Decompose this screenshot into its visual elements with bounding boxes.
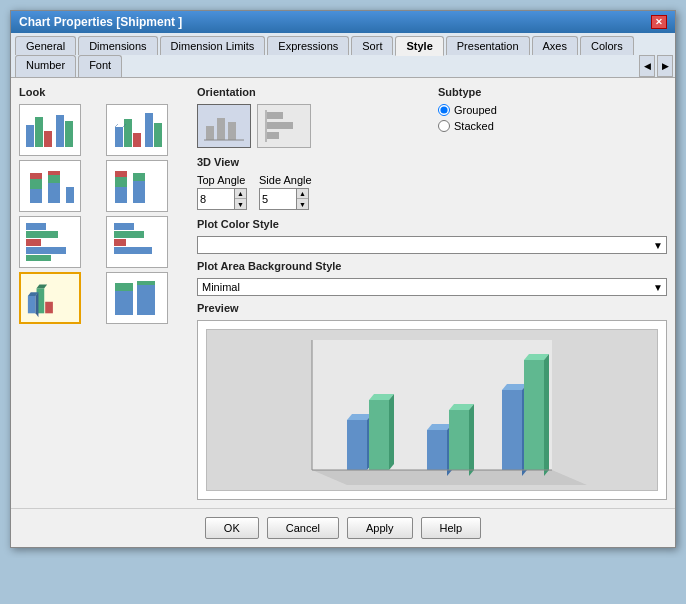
window-title: Chart Properties [Shipment ] [19, 15, 182, 29]
svg-rect-27 [26, 247, 66, 254]
view-3d-section: 3D View Top Angle 8 ▲ ▼ Side Ang [197, 156, 667, 210]
svg-rect-41 [137, 285, 155, 315]
preview-label: Preview [197, 302, 667, 314]
svg-rect-60 [427, 430, 447, 470]
orientation-options [197, 104, 426, 148]
svg-rect-8 [145, 113, 153, 147]
tab-scroll-left[interactable]: ◀ [639, 55, 655, 77]
svg-rect-19 [115, 187, 127, 203]
svg-rect-16 [48, 175, 60, 183]
top-angle-spinner[interactable]: 8 ▲ ▼ [197, 188, 247, 210]
tab-axes[interactable]: Axes [532, 36, 578, 55]
plot-bg-label: Plot Area Background Style [197, 260, 667, 272]
tab-dimensions[interactable]: Dimensions [78, 36, 157, 55]
subtype-stacked-label: Stacked [454, 120, 494, 132]
tab-dimension-limits[interactable]: Dimension Limits [160, 36, 266, 55]
side-angle-label: Side Angle [259, 174, 312, 186]
svg-rect-22 [133, 181, 145, 203]
svg-rect-30 [114, 231, 144, 238]
svg-marker-59 [389, 394, 394, 470]
svg-rect-18 [66, 187, 74, 203]
preview-chart [207, 330, 657, 490]
orientation-horizontal[interactable] [257, 104, 311, 148]
plot-bg-dropdown[interactable]: Minimal None [197, 278, 667, 296]
preview-box [197, 320, 667, 500]
ok-button[interactable]: OK [205, 517, 259, 539]
view-3d-row: Top Angle 8 ▲ ▼ Side Angle 5 [197, 174, 667, 210]
svg-rect-2 [44, 131, 52, 147]
top-angle-field[interactable]: 8 [198, 189, 234, 209]
plot-color-section: Plot Color Style ▼ [197, 218, 667, 254]
properties-row-top: Orientation [197, 86, 667, 148]
subtype-label: Subtype [438, 86, 667, 98]
orientation-section: Orientation [197, 86, 426, 148]
chart-thumb-7-selected[interactable] [19, 272, 81, 324]
svg-rect-43 [206, 126, 214, 140]
plot-color-dropdown[interactable] [197, 236, 667, 254]
help-button[interactable]: Help [421, 517, 482, 539]
svg-rect-20 [115, 177, 127, 187]
tab-sort[interactable]: Sort [351, 36, 393, 55]
close-button[interactable]: ✕ [651, 15, 667, 29]
tab-scroll-right[interactable]: ▶ [657, 55, 673, 77]
plot-bg-section: Plot Area Background Style Minimal None … [197, 260, 667, 296]
title-bar: Chart Properties [Shipment ] ✕ [11, 11, 675, 33]
svg-rect-4 [65, 121, 73, 147]
subtype-stacked-radio[interactable] [438, 120, 450, 132]
svg-rect-45 [228, 122, 236, 140]
top-angle-up[interactable]: ▲ [235, 189, 246, 199]
top-angle-input: Top Angle 8 ▲ ▼ [197, 174, 247, 210]
orientation-vertical[interactable] [197, 104, 251, 148]
svg-line-10 [115, 124, 118, 127]
plot-color-label: Plot Color Style [197, 218, 667, 230]
svg-rect-48 [267, 122, 293, 129]
svg-rect-42 [137, 281, 155, 285]
side-angle-field[interactable]: 5 [260, 189, 296, 209]
plot-bg-dropdown-wrapper: Minimal None ▼ [197, 278, 667, 296]
top-angle-spinner-btns: ▲ ▼ [234, 189, 246, 209]
svg-rect-9 [154, 123, 162, 147]
footer: OK Cancel Apply Help [11, 508, 675, 547]
tab-style[interactable]: Style [395, 36, 443, 56]
main-window: Chart Properties [Shipment ] ✕ General D… [10, 10, 676, 548]
svg-rect-66 [502, 390, 522, 470]
tab-number[interactable]: Number [15, 55, 76, 77]
svg-rect-32 [114, 247, 152, 254]
subtype-radio-group: Grouped Stacked [438, 104, 667, 132]
tab-expressions[interactable]: Expressions [267, 36, 349, 55]
tab-presentation[interactable]: Presentation [446, 36, 530, 55]
chart-thumb-2[interactable] [106, 104, 168, 156]
side-angle-spinner-btns: ▲ ▼ [296, 189, 308, 209]
preview-inner [206, 329, 658, 491]
top-angle-down[interactable]: ▼ [235, 199, 246, 209]
svg-rect-40 [115, 283, 133, 291]
content-area: Look [11, 78, 675, 508]
svg-rect-25 [26, 231, 58, 238]
subtype-grouped-radio[interactable] [438, 104, 450, 116]
chart-thumb-8[interactable] [106, 272, 168, 324]
tab-general[interactable]: General [15, 36, 76, 55]
svg-marker-71 [544, 354, 549, 476]
tab-font[interactable]: Font [78, 55, 122, 77]
tab-bar: General Dimensions Dimension Limits Expr… [11, 33, 675, 78]
apply-button[interactable]: Apply [347, 517, 413, 539]
svg-rect-3 [56, 115, 64, 147]
svg-rect-29 [114, 223, 134, 230]
side-angle-down[interactable]: ▼ [297, 199, 308, 209]
tab-colors[interactable]: Colors [580, 36, 634, 55]
svg-rect-31 [114, 239, 126, 246]
svg-rect-12 [30, 189, 42, 203]
chart-thumb-1[interactable] [19, 104, 81, 156]
svg-rect-5 [115, 127, 123, 147]
chart-thumb-5[interactable] [19, 216, 81, 268]
chart-thumb-6[interactable] [106, 216, 168, 268]
side-angle-spinner[interactable]: 5 ▲ ▼ [259, 188, 309, 210]
svg-rect-35 [45, 302, 53, 314]
svg-rect-13 [30, 179, 42, 189]
svg-rect-63 [449, 410, 469, 470]
svg-rect-7 [133, 133, 141, 147]
chart-thumb-3[interactable] [19, 160, 81, 212]
side-angle-up[interactable]: ▲ [297, 189, 308, 199]
chart-thumb-4[interactable] [106, 160, 168, 212]
cancel-button[interactable]: Cancel [267, 517, 339, 539]
